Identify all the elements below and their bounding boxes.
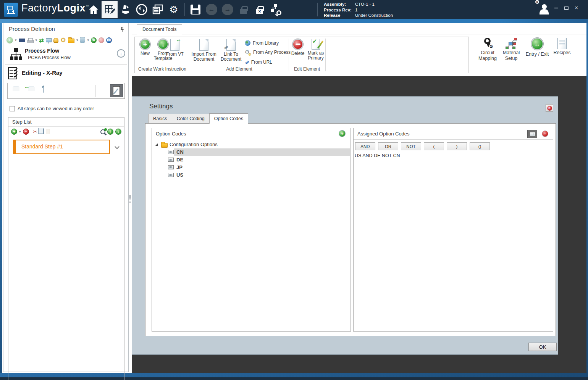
tree-item-label: CN: [176, 149, 184, 155]
factorylogix-logo-icon: [4, 3, 18, 17]
settings-gear-button[interactable]: ⚙: [166, 1, 182, 18]
tab-document-tools[interactable]: Document Tools: [137, 24, 182, 34]
step-accent-bar: [14, 140, 16, 153]
any-order-checkbox[interactable]: [10, 106, 15, 111]
ribbon: Document Tools + New ↓ From Template ← F…: [132, 23, 586, 76]
caret-down-icon[interactable]: ▾: [19, 130, 21, 134]
plus-circle-icon: +: [140, 39, 150, 50]
from-v7-button[interactable]: ← From V7: [166, 39, 184, 57]
tab-color-coding[interactable]: Color Coding: [172, 114, 209, 123]
edit-mode-button[interactable]: [110, 84, 123, 97]
entry-exit-button[interactable]: ↔ Entry / Exit: [522, 38, 552, 57]
pin-icon[interactable]: [120, 27, 124, 34]
operator-parens-button[interactable]: (): [470, 142, 490, 150]
close-button[interactable]: ×: [575, 6, 578, 10]
recipe-card-icon: [557, 38, 567, 49]
splitter-grip[interactable]: [129, 195, 131, 203]
bell-icon[interactable]: [53, 38, 58, 43]
delete-element-button[interactable]: Delete: [288, 39, 307, 56]
tree-item-us[interactable]: US: [152, 171, 351, 179]
tree-item-de[interactable]: DE: [152, 156, 351, 164]
caret-down-icon[interactable]: ▾: [15, 38, 17, 42]
mark-as-primary-button[interactable]: ✓ Mark as Primary: [305, 39, 326, 61]
keyboard-entry-button[interactable]: [527, 130, 537, 138]
caret-down-icon[interactable]: ▾: [36, 38, 37, 42]
import-from-document-button[interactable]: Import From Document: [188, 39, 220, 62]
zoom-add-icon[interactable]: [100, 129, 105, 134]
move-up-button[interactable]: ↑: [107, 129, 113, 135]
maximize-button[interactable]: [564, 6, 569, 10]
add-icon[interactable]: +: [6, 37, 13, 43]
paste-icon[interactable]: [46, 129, 50, 134]
tree-root-row[interactable]: Configuration Options: [152, 141, 351, 148]
home-button[interactable]: [86, 1, 102, 18]
clear-expression-button[interactable]: −: [542, 130, 548, 137]
caret-down-icon[interactable]: ▾: [87, 38, 89, 42]
minimize-button[interactable]: [554, 8, 558, 8]
folder-icon: [161, 143, 168, 148]
tree-item-jp[interactable]: JP: [152, 164, 351, 171]
data-import-button[interactable]: [118, 1, 134, 18]
step-item[interactable]: Standard Step #1: [13, 140, 110, 154]
operator-open-paren-button[interactable]: (: [424, 142, 444, 150]
tree-item-label: JP: [176, 164, 183, 170]
unlock-button[interactable]: [236, 1, 252, 18]
process-definition-panel: Process Definition + ▾ ▾ ⇄ ⚙ ▾ ▾ ↻ − ▮▮: [3, 23, 129, 372]
process-search-button[interactable]: [268, 1, 284, 18]
process-editor-button[interactable]: [102, 1, 118, 18]
remove-icon[interactable]: −: [99, 37, 104, 43]
ok-button[interactable]: OK: [528, 343, 557, 351]
delete-step-button[interactable]: [43, 85, 44, 93]
circuit-mapping-button[interactable]: ⚙ Circuit Mapping: [476, 38, 499, 61]
any-order-label: All steps can be viewed in any order: [18, 106, 94, 111]
add-step-button[interactable]: +: [11, 129, 17, 135]
blank-document-icon: [199, 39, 208, 51]
operator-not-button[interactable]: NOT: [401, 142, 421, 150]
tab-basics[interactable]: Basics: [148, 114, 172, 123]
dialog-close-button[interactable]: ×: [546, 104, 553, 112]
tab-option-codes[interactable]: Option Codes: [209, 113, 248, 124]
operator-and-button[interactable]: AND: [355, 142, 375, 150]
operator-buttons: AND OR NOT ( ) (): [355, 142, 490, 150]
link-to-document-button[interactable]: ∞ Link To Document: [218, 39, 244, 62]
expand-down-button[interactable]: ↓: [117, 49, 125, 58]
export-folder-icon[interactable]: [68, 39, 74, 43]
caret-down-icon[interactable]: ▾: [76, 38, 78, 42]
lock-release-button[interactable]: ×: [252, 1, 268, 18]
redo-button[interactable]: →: [220, 1, 236, 18]
from-any-process-button[interactable]: ⚙⚙ From Any Process: [245, 49, 291, 55]
find-icon[interactable]: [19, 39, 25, 42]
copy-icon[interactable]: [39, 129, 44, 134]
check-document-icon: ✓: [312, 39, 320, 50]
recipes-button[interactable]: Recipes: [551, 38, 573, 56]
print-icon[interactable]: [27, 40, 34, 43]
pause-icon[interactable]: ▮▮: [106, 37, 112, 43]
material-setup-button[interactable]: Material Setup: [499, 38, 523, 61]
cut-icon[interactable]: ✂: [33, 129, 38, 134]
remove-step-button[interactable]: −: [23, 129, 29, 135]
undo-button[interactable]: ←: [204, 1, 220, 18]
add-option-code-button[interactable]: +: [339, 130, 346, 137]
from-url-button[interactable]: ∞ From URL: [245, 59, 272, 65]
sync-button[interactable]: [134, 1, 150, 18]
shuffle-icon[interactable]: ⇄: [39, 37, 44, 43]
tree-expander-icon[interactable]: [155, 143, 158, 146]
tree-item-cn[interactable]: CN: [152, 148, 351, 156]
move-down-button[interactable]: ↓: [115, 129, 121, 135]
operator-close-paren-button[interactable]: ): [447, 142, 467, 150]
settings-tabs: Basics Color Coding Option Codes: [148, 114, 248, 124]
refresh-icon[interactable]: ↻: [91, 37, 97, 43]
presentation-icon[interactable]: [46, 38, 52, 42]
operator-or-button[interactable]: OR: [378, 142, 398, 150]
back-arrow-icon: ←: [206, 4, 217, 15]
main-toolbar: ⚙ ← → ×: [86, 1, 284, 18]
gear-yellow-icon[interactable]: ⚙: [60, 37, 66, 43]
save-icon: [191, 5, 200, 14]
dialog-title: Settings: [149, 103, 173, 110]
step-chevron-icon[interactable]: [115, 144, 120, 149]
documents-button[interactable]: [150, 1, 166, 18]
bucket-icon[interactable]: [80, 37, 85, 43]
ribbon-groups-box: + New ↓ From Template ← From V7 Create W…: [134, 37, 469, 73]
from-library-button[interactable]: From Library: [245, 40, 279, 46]
save-button[interactable]: [187, 1, 204, 18]
